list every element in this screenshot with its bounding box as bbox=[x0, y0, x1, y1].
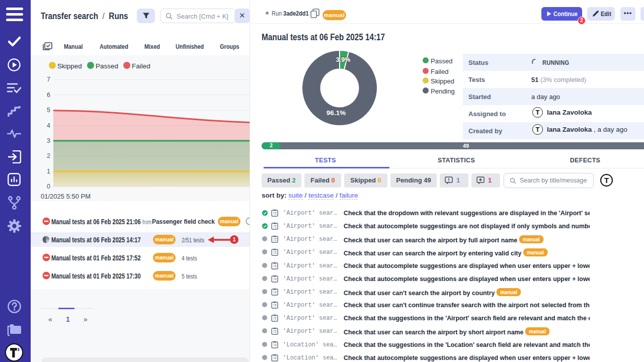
svg-text:96.1%: 96.1% bbox=[327, 109, 346, 117]
svg-text:3.9%: 3.9% bbox=[336, 56, 351, 63]
